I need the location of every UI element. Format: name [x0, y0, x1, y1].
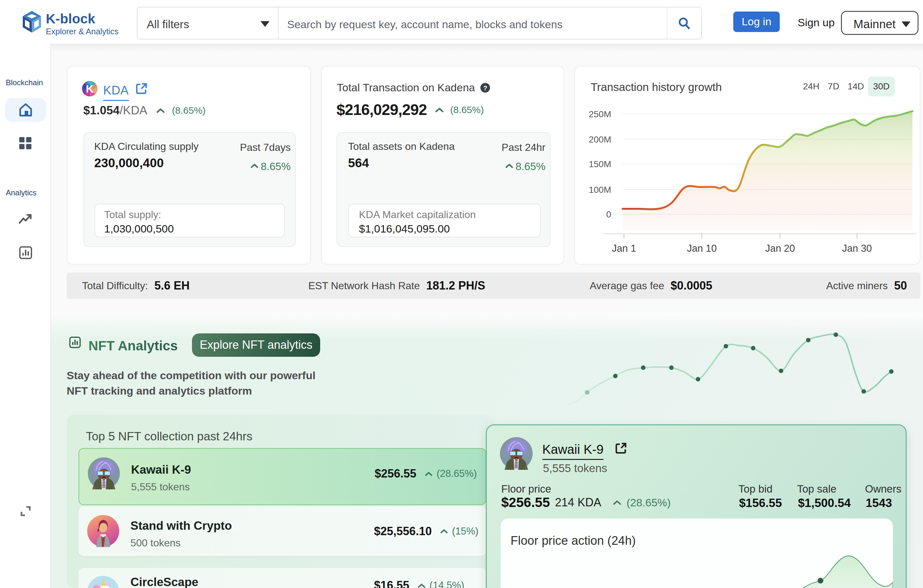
- svg-text:?: ?: [483, 84, 488, 91]
- svg-text:Jan 10: Jan 10: [687, 243, 717, 254]
- svg-text:150M: 150M: [589, 159, 611, 169]
- svg-text:Jan 20: Jan 20: [765, 243, 795, 254]
- svg-text:200M: 200M: [589, 134, 611, 144]
- svg-text:0: 0: [606, 210, 611, 219]
- svg-text:250M: 250M: [589, 109, 611, 119]
- svg-text:Jan 1: Jan 1: [612, 243, 636, 254]
- svg-text:Jan 30: Jan 30: [842, 243, 872, 254]
- svg-text:100M: 100M: [589, 185, 611, 195]
- svg-text:K: K: [86, 83, 94, 95]
